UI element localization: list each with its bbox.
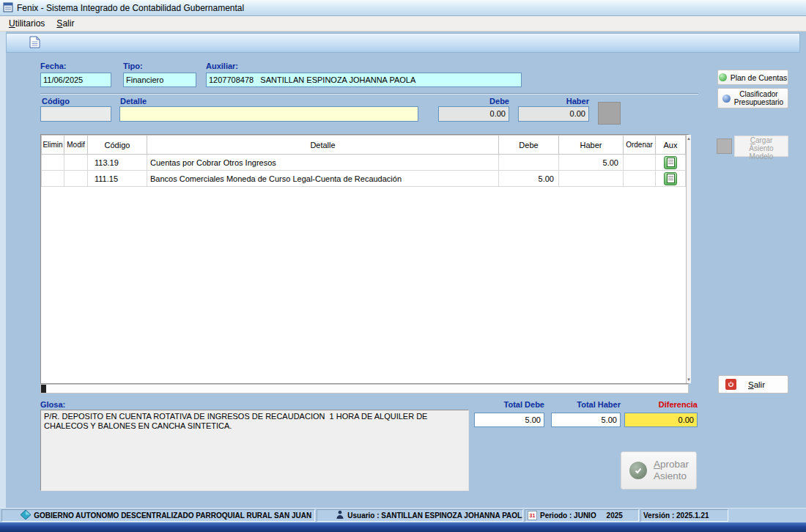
haber-cell: 5.00 [559,155,624,171]
col-ordenar: Ordenar [624,136,656,155]
horizontal-scroll-thumb[interactable] [41,385,46,393]
fecha-label: Fecha: [40,62,66,70]
entries-grid: Elimin Modif Código Detalle Debe Haber O… [40,134,689,384]
debe-display: 0.00 [438,106,509,122]
total-haber-field: 5.00 [551,413,621,427]
scroll-up-icon[interactable]: ▲ [687,136,691,141]
window-left-edge [0,32,6,508]
auxiliar-label: Auxiliar: [206,62,238,70]
entries-table: Elimin Modif Código Detalle Debe Haber O… [41,135,686,187]
cargar-asiento-label: Cargar Asiento Modelo [737,136,785,160]
vertical-scrollbar[interactable]: ▲ ▼ [686,135,691,383]
salir-label: Salir [748,380,765,389]
ordenar-cell[interactable] [624,155,656,171]
menu-salir[interactable]: Salir [51,17,80,30]
table-row: 111.15Bancos Comerciales Moneda de Curso… [42,171,686,187]
glosa-label: Glosa: [40,400,65,409]
total-debe-field: 5.00 [474,413,544,427]
elimin-cell[interactable] [42,171,64,187]
haber-label: Haber [518,97,589,106]
new-document-button[interactable] [27,36,42,51]
period-text: Periodo : JUNIO 2025 [540,511,623,520]
user-name: Usuario : SANTILLAN ESPINOZA JOHANNA PAO… [347,511,523,520]
haber-cell [559,171,624,187]
ordenar-cell[interactable] [624,171,656,187]
separator-line [40,93,698,94]
plan-de-cuentas-button[interactable]: Plan de Cuentas [717,70,788,85]
debe-cell: 5.00 [499,171,559,187]
title-bar[interactable]: Fenix - Sistema Integrado de Contabilida… [0,0,806,16]
user-icon [319,509,344,522]
auxiliar-input[interactable] [206,73,522,87]
aux-document-button[interactable] [664,172,677,185]
menu-bar: Utilitarios Salir [0,16,806,32]
total-haber-label: Total Haber [551,400,621,409]
col-elimin: Elimin [42,136,64,155]
windows-taskbar[interactable] [0,522,806,532]
detalle-label: Detalle [120,97,147,106]
entity-name: GOBIERNO AUTONOMO DESCENTRALIZADO PARROQ… [34,511,311,520]
codigo-cell: 111.15 [88,171,147,187]
blue-sphere-icon [722,95,731,103]
diferencia-label: Diferencia [624,400,698,409]
aux-cell [656,171,686,187]
haber-display: 0.00 [518,106,589,122]
total-debe-label: Total Debe [474,400,544,409]
detalle-cell: Cuentas por Cobrar Otros Ingresos [147,155,499,171]
entity-diamond-icon [4,509,31,522]
fecha-input[interactable] [40,73,111,87]
table-header-row: Elimin Modif Código Detalle Debe Haber O… [42,136,686,155]
codigo-input[interactable] [40,106,111,122]
detalle-input[interactable] [119,106,418,122]
scroll-down-icon[interactable]: ▼ [687,377,691,382]
check-icon [629,462,647,479]
status-entity-panel: GOBIERNO AUTONOMO DESCENTRALIZADO PARROQ… [1,509,315,522]
modif-cell[interactable] [64,155,88,171]
status-bar: GOBIERNO AUTONOMO DESCENTRALIZADO PARROQ… [0,508,806,522]
codigo-label: Código [42,97,70,106]
document-icon [29,36,40,51]
salir-button[interactable]: Salir [718,375,788,394]
toolbar [6,33,800,53]
aux-document-button[interactable] [664,156,677,169]
col-aux: Aux [656,136,686,155]
entries-tbody: 113.19Cuentas por Cobrar Otros Ingresos5… [42,155,686,187]
cargar-asiento-icon-button[interactable] [717,138,732,154]
aprobar-asiento-button[interactable]: Aprobar Asiento [621,451,697,489]
calendar-icon: 31 [528,511,537,520]
horizontal-scrollbar[interactable] [40,384,689,394]
plan-de-cuentas-label: Plan de Cuentas [731,73,788,82]
col-modif: Modif [64,136,88,155]
elimin-cell[interactable] [42,155,64,171]
glosa-textarea[interactable]: P/R. DEPOSITO EN CUENTA ROTATIVA DE INGR… [40,410,469,491]
col-haber: Haber [559,136,624,155]
col-detalle: Detalle [147,136,499,155]
col-codigo: Código [88,136,147,155]
tipo-label: Tipo: [123,62,143,70]
status-user-panel: Usuario : SANTILLAN ESPINOZA JOHANNA PAO… [317,509,523,522]
col-debe: Debe [499,136,559,155]
entry-action-button[interactable] [598,102,621,125]
window-title: Fenix - Sistema Integrado de Contabilida… [17,3,244,13]
app-icon [3,2,13,14]
power-icon [725,379,736,390]
debe-label: Debe [438,97,509,106]
codigo-cell: 113.19 [88,155,147,171]
status-version-panel: Versión : 2025.1.21 [640,509,728,522]
main-area: Fecha: Tipo: Auxiliar: Plan de Cuentas C… [0,32,806,508]
cargar-asiento-modelo-button[interactable]: Cargar Asiento Modelo [734,136,788,157]
green-sphere-icon [719,73,727,81]
diferencia-field: 0.00 [624,413,698,427]
clasificador-presupuestario-button[interactable]: Clasificador Presupuestario [717,88,788,108]
modif-cell[interactable] [64,171,88,187]
debe-cell [499,155,559,171]
aux-cell [656,155,686,171]
tipo-input[interactable] [123,73,196,87]
detalle-cell: Bancos Comerciales Moneda de Curso Legal… [147,171,499,187]
menu-utilitarios[interactable]: Utilitarios [3,17,51,30]
clasificador-label: Clasificador Presupuestario [734,90,783,106]
table-row: 113.19Cuentas por Cobrar Otros Ingresos5… [42,155,686,171]
version-text: Versión : 2025.1.21 [643,511,709,520]
status-period-panel: 31 Periodo : JUNIO 2025 [525,509,639,522]
aprobar-label: Aprobar Asiento [654,459,689,482]
